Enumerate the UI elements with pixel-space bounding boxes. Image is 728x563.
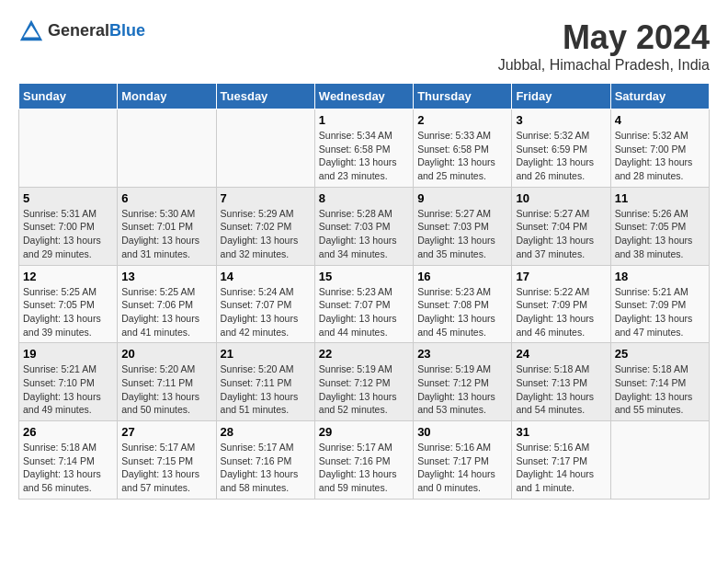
day-number: 26 [23, 425, 113, 439]
calendar-cell: 29Sunrise: 5:17 AM Sunset: 7:16 PM Dayli… [314, 421, 413, 500]
calendar-cell: 17Sunrise: 5:22 AM Sunset: 7:09 PM Dayli… [512, 265, 610, 343]
day-number: 20 [121, 347, 211, 361]
day-number: 8 [319, 191, 409, 205]
day-number: 3 [516, 113, 606, 127]
calendar-cell: 14Sunrise: 5:24 AM Sunset: 7:07 PM Dayli… [216, 265, 314, 343]
day-header-sunday: Sunday [19, 84, 118, 109]
calendar-cell: 2Sunrise: 5:33 AM Sunset: 6:58 PM Daylig… [414, 109, 512, 188]
calendar-cell: 31Sunrise: 5:16 AM Sunset: 7:17 PM Dayli… [512, 421, 610, 500]
days-header-row: SundayMondayTuesdayWednesdayThursdayFrid… [19, 84, 710, 109]
day-info: Sunrise: 5:17 AM Sunset: 7:16 PM Dayligh… [221, 441, 311, 495]
day-info: Sunrise: 5:17 AM Sunset: 7:15 PM Dayligh… [121, 441, 211, 495]
calendar-cell: 5Sunrise: 5:31 AM Sunset: 7:00 PM Daylig… [19, 187, 118, 265]
day-header-thursday: Thursday [414, 84, 512, 109]
calendar-week-4: 19Sunrise: 5:21 AM Sunset: 7:10 PM Dayli… [19, 343, 710, 421]
day-number: 4 [615, 113, 705, 127]
day-info: Sunrise: 5:27 AM Sunset: 7:03 PM Dayligh… [417, 207, 507, 261]
day-info: Sunrise: 5:25 AM Sunset: 7:05 PM Dayligh… [23, 285, 113, 339]
day-number: 29 [319, 425, 409, 439]
location-title: Jubbal, Himachal Pradesh, India [498, 57, 710, 74]
calendar-cell: 3Sunrise: 5:32 AM Sunset: 6:59 PM Daylig… [512, 109, 610, 188]
calendar-cell: 21Sunrise: 5:20 AM Sunset: 7:11 PM Dayli… [216, 343, 314, 421]
logo-icon [18, 18, 44, 44]
day-number: 21 [221, 347, 311, 361]
day-info: Sunrise: 5:23 AM Sunset: 7:07 PM Dayligh… [319, 285, 409, 339]
calendar-week-1: 1Sunrise: 5:34 AM Sunset: 6:58 PM Daylig… [19, 109, 710, 188]
day-number: 15 [319, 270, 409, 283]
day-info: Sunrise: 5:32 AM Sunset: 6:59 PM Dayligh… [516, 129, 606, 183]
day-info: Sunrise: 5:29 AM Sunset: 7:02 PM Dayligh… [221, 207, 311, 261]
calendar-cell: 7Sunrise: 5:29 AM Sunset: 7:02 PM Daylig… [216, 187, 314, 265]
day-number: 31 [516, 425, 606, 439]
day-info: Sunrise: 5:21 AM Sunset: 7:10 PM Dayligh… [23, 362, 113, 417]
day-info: Sunrise: 5:24 AM Sunset: 7:07 PM Dayligh… [221, 285, 311, 339]
calendar-cell [118, 109, 216, 188]
calendar-cell: 22Sunrise: 5:19 AM Sunset: 7:12 PM Dayli… [314, 343, 413, 421]
calendar-week-2: 5Sunrise: 5:31 AM Sunset: 7:00 PM Daylig… [19, 187, 710, 265]
calendar-cell: 13Sunrise: 5:25 AM Sunset: 7:06 PM Dayli… [118, 265, 216, 343]
day-number: 19 [23, 347, 113, 361]
day-number: 2 [417, 113, 507, 127]
day-info: Sunrise: 5:30 AM Sunset: 7:01 PM Dayligh… [121, 207, 211, 261]
day-number: 9 [417, 191, 507, 205]
day-number: 25 [615, 347, 705, 361]
calendar-week-3: 12Sunrise: 5:25 AM Sunset: 7:05 PM Dayli… [19, 265, 710, 343]
calendar-cell: 9Sunrise: 5:27 AM Sunset: 7:03 PM Daylig… [414, 187, 512, 265]
day-info: Sunrise: 5:28 AM Sunset: 7:03 PM Dayligh… [319, 207, 409, 261]
calendar-cell: 12Sunrise: 5:25 AM Sunset: 7:05 PM Dayli… [19, 265, 118, 343]
logo-general: GeneralBlue [48, 22, 145, 40]
day-number: 23 [417, 347, 507, 361]
day-info: Sunrise: 5:16 AM Sunset: 7:17 PM Dayligh… [516, 441, 606, 495]
month-title: May 2024 [498, 18, 710, 57]
day-number: 12 [23, 270, 113, 283]
calendar-cell: 6Sunrise: 5:30 AM Sunset: 7:01 PM Daylig… [118, 187, 216, 265]
day-info: Sunrise: 5:17 AM Sunset: 7:16 PM Dayligh… [319, 441, 409, 495]
day-number: 6 [121, 191, 211, 205]
day-info: Sunrise: 5:18 AM Sunset: 7:14 PM Dayligh… [23, 441, 113, 495]
day-info: Sunrise: 5:33 AM Sunset: 6:58 PM Dayligh… [417, 129, 507, 183]
day-info: Sunrise: 5:27 AM Sunset: 7:04 PM Dayligh… [516, 207, 606, 261]
day-header-tuesday: Tuesday [216, 84, 314, 109]
day-number: 17 [516, 270, 606, 283]
calendar-cell: 18Sunrise: 5:21 AM Sunset: 7:09 PM Dayli… [610, 265, 709, 343]
logo: GeneralBlue [18, 18, 145, 44]
day-info: Sunrise: 5:19 AM Sunset: 7:12 PM Dayligh… [417, 362, 507, 417]
day-number: 28 [221, 425, 311, 439]
day-header-monday: Monday [118, 84, 216, 109]
calendar-cell: 15Sunrise: 5:23 AM Sunset: 7:07 PM Dayli… [314, 265, 413, 343]
calendar-cell: 27Sunrise: 5:17 AM Sunset: 7:15 PM Dayli… [118, 421, 216, 500]
calendar-cell: 24Sunrise: 5:18 AM Sunset: 7:13 PM Dayli… [512, 343, 610, 421]
day-number: 30 [417, 425, 507, 439]
day-header-wednesday: Wednesday [314, 84, 413, 109]
day-info: Sunrise: 5:34 AM Sunset: 6:58 PM Dayligh… [319, 129, 409, 183]
day-number: 13 [121, 270, 211, 283]
calendar-week-5: 26Sunrise: 5:18 AM Sunset: 7:14 PM Dayli… [19, 421, 710, 500]
calendar-cell: 23Sunrise: 5:19 AM Sunset: 7:12 PM Dayli… [414, 343, 512, 421]
day-number: 24 [516, 347, 606, 361]
day-info: Sunrise: 5:19 AM Sunset: 7:12 PM Dayligh… [319, 362, 409, 417]
page-header: GeneralBlue May 2024 Jubbal, Himachal Pr… [18, 18, 710, 74]
day-info: Sunrise: 5:18 AM Sunset: 7:14 PM Dayligh… [615, 362, 705, 417]
day-number: 14 [221, 270, 311, 283]
calendar-cell: 11Sunrise: 5:26 AM Sunset: 7:05 PM Dayli… [610, 187, 709, 265]
day-info: Sunrise: 5:31 AM Sunset: 7:00 PM Dayligh… [23, 207, 113, 261]
day-header-friday: Friday [512, 84, 610, 109]
day-number: 7 [221, 191, 311, 205]
calendar-table: SundayMondayTuesdayWednesdayThursdayFrid… [18, 83, 710, 500]
day-info: Sunrise: 5:20 AM Sunset: 7:11 PM Dayligh… [121, 362, 211, 417]
day-info: Sunrise: 5:25 AM Sunset: 7:06 PM Dayligh… [121, 285, 211, 339]
calendar-cell: 1Sunrise: 5:34 AM Sunset: 6:58 PM Daylig… [314, 109, 413, 188]
day-number: 11 [615, 191, 705, 205]
day-number: 27 [121, 425, 211, 439]
day-info: Sunrise: 5:21 AM Sunset: 7:09 PM Dayligh… [615, 285, 705, 339]
day-number: 10 [516, 191, 606, 205]
day-info: Sunrise: 5:22 AM Sunset: 7:09 PM Dayligh… [516, 285, 606, 339]
calendar-cell: 4Sunrise: 5:32 AM Sunset: 7:00 PM Daylig… [610, 109, 709, 188]
day-number: 5 [23, 191, 113, 205]
calendar-cell: 26Sunrise: 5:18 AM Sunset: 7:14 PM Dayli… [19, 421, 118, 500]
calendar-cell: 30Sunrise: 5:16 AM Sunset: 7:17 PM Dayli… [414, 421, 512, 500]
title-block: May 2024 Jubbal, Himachal Pradesh, India [498, 18, 710, 74]
calendar-cell: 20Sunrise: 5:20 AM Sunset: 7:11 PM Dayli… [118, 343, 216, 421]
calendar-cell: 10Sunrise: 5:27 AM Sunset: 7:04 PM Dayli… [512, 187, 610, 265]
day-number: 18 [615, 270, 705, 283]
